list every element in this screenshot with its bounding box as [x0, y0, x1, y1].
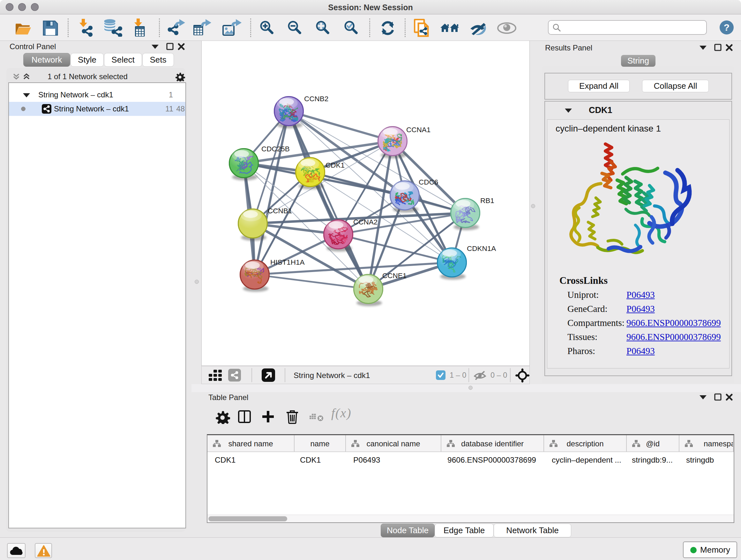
svg-text:?: ?	[724, 22, 730, 33]
svg-text:HIST1H1A: HIST1H1A	[270, 258, 305, 266]
svg-text:CCNB2: CCNB2	[304, 95, 328, 103]
svg-text:CCNB1: CCNB1	[268, 207, 292, 215]
svg-text:CCNA2: CCNA2	[353, 218, 378, 226]
svg-text:CDC25B: CDC25B	[261, 145, 290, 153]
svg-text:CCNA1: CCNA1	[406, 126, 430, 134]
svg-text:RB1: RB1	[480, 197, 494, 205]
svg-text:CDKN1A: CDKN1A	[467, 245, 496, 253]
svg-text:CDK1: CDK1	[326, 161, 345, 169]
svg-text:CCNE1: CCNE1	[382, 272, 407, 280]
svg-text:CDC6: CDC6	[419, 178, 438, 186]
